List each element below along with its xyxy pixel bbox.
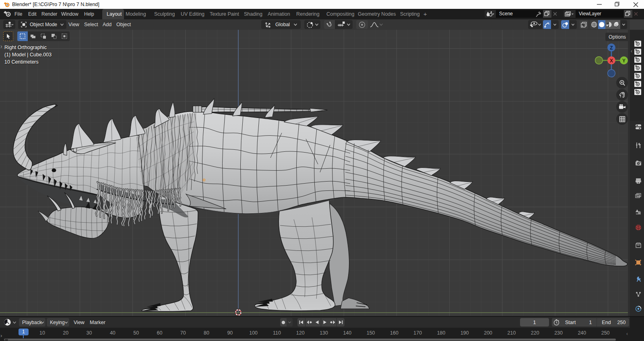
svg-text:X: X	[610, 58, 613, 64]
svg-text:Y: Y	[622, 58, 625, 64]
svg-text:Z: Z	[610, 45, 613, 51]
